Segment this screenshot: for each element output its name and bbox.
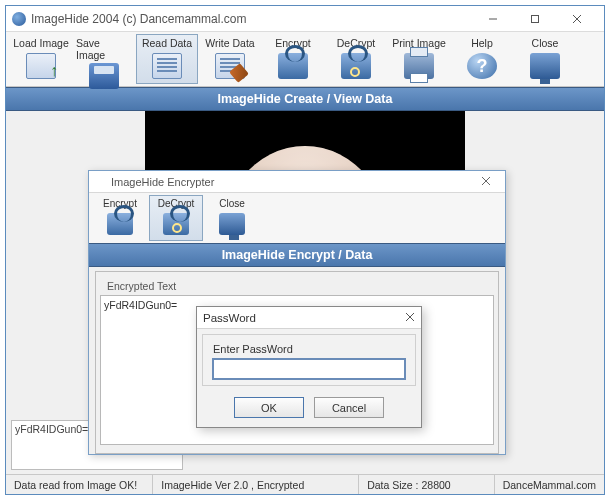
- app-icon: [12, 12, 26, 26]
- encrypter-toolbar: Encrypt DeCrypt Close: [89, 193, 505, 243]
- status-read: Data read from Image OK!: [6, 475, 153, 494]
- write-doc-icon: [215, 53, 245, 79]
- enc-encrypt-button[interactable]: Encrypt: [93, 195, 147, 241]
- app-icon: [94, 176, 106, 188]
- load-image-icon: [26, 53, 56, 79]
- encrypt-button[interactable]: Encrypt: [262, 34, 324, 84]
- print-image-button[interactable]: Print Image: [388, 34, 450, 84]
- status-brand: DanceMammal.com: [495, 475, 604, 494]
- write-data-button[interactable]: Write Data: [199, 34, 261, 84]
- encrypter-title: ImageHide Encrypter: [111, 176, 214, 188]
- save-disk-icon: [89, 63, 119, 89]
- encrypter-titlebar[interactable]: ImageHide Encrypter: [89, 171, 505, 193]
- read-data-button[interactable]: Read Data: [136, 34, 198, 84]
- load-image-button[interactable]: Load Image: [10, 34, 72, 84]
- save-image-button[interactable]: Save Image: [73, 34, 135, 84]
- svg-rect-1: [532, 15, 539, 22]
- lock-icon: [107, 213, 133, 235]
- main-title: ImageHide 2004 (c) Dancemammal.com: [31, 12, 246, 26]
- password-titlebar[interactable]: PassWord: [197, 307, 421, 329]
- monitor-icon: [219, 213, 245, 235]
- password-close-button[interactable]: [405, 312, 415, 324]
- ok-button[interactable]: OK: [234, 397, 304, 418]
- minimize-button[interactable]: [472, 7, 514, 31]
- status-version: ImageHide Ver 2.0 , Encrypted: [153, 475, 359, 494]
- close-app-button[interactable]: Close: [514, 34, 576, 84]
- help-icon: ?: [467, 53, 497, 79]
- main-titlebar[interactable]: ImageHide 2004 (c) Dancemammal.com: [6, 6, 604, 32]
- main-toolbar: Load Image Save Image Read Data Write Da…: [6, 32, 604, 87]
- password-dialog: PassWord Enter PassWord OK Cancel: [196, 306, 422, 428]
- status-size: Data Size : 28800: [359, 475, 494, 494]
- monitor-icon: [530, 53, 560, 79]
- help-button[interactable]: Help?: [451, 34, 513, 84]
- password-label: Enter PassWord: [213, 343, 405, 355]
- enc-close-button[interactable]: Close: [205, 195, 259, 241]
- encrypter-banner: ImageHide Encrypt / Data: [89, 243, 505, 267]
- main-banner: ImageHide Create / View Data: [6, 87, 604, 111]
- lock-icon: [278, 53, 308, 79]
- status-bar: Data read from Image OK! ImageHide Ver 2…: [6, 474, 604, 494]
- maximize-button[interactable]: [514, 7, 556, 31]
- encrypted-text-label: Encrypted Text: [104, 280, 179, 292]
- password-input[interactable]: [213, 359, 405, 379]
- password-title: PassWord: [203, 312, 405, 324]
- unlock-icon: [163, 213, 189, 235]
- close-button[interactable]: [556, 7, 598, 31]
- encrypter-close-button[interactable]: [472, 174, 500, 189]
- unlock-icon: [341, 53, 371, 79]
- printer-icon: [404, 53, 434, 79]
- decrypt-button[interactable]: DeCrypt: [325, 34, 387, 84]
- read-doc-icon: [152, 53, 182, 79]
- enc-decrypt-button[interactable]: DeCrypt: [149, 195, 203, 241]
- cancel-button[interactable]: Cancel: [314, 397, 384, 418]
